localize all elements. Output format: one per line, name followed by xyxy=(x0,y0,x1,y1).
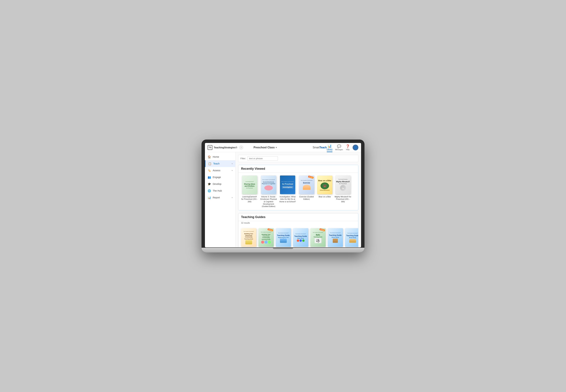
sidebar: 🏠 Home 📋 Teach ▾ 🏷️ Assess ▾ 👥 xyxy=(205,152,236,247)
engage-icon: 👥 xyxy=(208,175,211,179)
book-cover-bread: The Creative Curriculum® Teaching Guide … xyxy=(345,228,358,247)
recently-viewed-section: Recently Viewed LearningGames® Sharing I… xyxy=(238,165,358,210)
thehub-icon: 🌐 xyxy=(208,189,211,193)
book-title: Bear on a Bike xyxy=(319,196,331,198)
sidebar-item-thehub[interactable]: 🌐 The Hub xyxy=(205,187,235,194)
sidebar-item-engage[interactable]: 👥 Engage xyxy=(205,174,235,181)
list-item[interactable]: TeachingStrategies Mighty Minutes® for P… xyxy=(334,175,351,208)
sidebar-label-report: Report xyxy=(213,196,230,199)
teach-icon: 📋 xyxy=(208,162,211,165)
filter-label: Filter: xyxy=(240,157,246,160)
results-count: 32 results xyxy=(238,221,358,225)
content-area: Filter: Recently Viewed LearningGames® S… xyxy=(236,152,361,247)
sidebar-item-teach[interactable]: 📋 Teach ▾ xyxy=(205,160,235,167)
sidebar-label-thehub: The Hub xyxy=(213,189,233,192)
user-avatar[interactable]: 👤 xyxy=(353,145,358,150)
teaching-guides-grid: The Creative Curriculum® Building Your C… xyxy=(238,225,358,247)
home-icon: 🏠 xyxy=(208,155,211,158)
book-title: Mighty Minutes® for Preschool (201 - 300… xyxy=(334,196,351,203)
logo-icon: TS xyxy=(208,145,212,150)
book-cover-volume3: The Creative Curriculum® Social-Emotiona… xyxy=(261,175,276,194)
sidebar-label-home: Home xyxy=(213,155,233,158)
book-cover-beginning: The Creative Curriculum® Teaching Guide … xyxy=(276,228,291,247)
assess-chevron-icon: ▾ xyxy=(232,169,233,171)
recently-viewed-title: Recently Viewed xyxy=(238,165,358,173)
active-indicator xyxy=(327,151,333,151)
class-chevron-icon: ▾ xyxy=(276,146,277,149)
guided-badge: Guided xyxy=(319,228,325,232)
recently-viewed-grid: LearningGames® Sharing Ideas and Dislike… xyxy=(238,173,358,210)
library-label: Library xyxy=(327,148,333,150)
header-actions: 📊 Library 💬 Messages ❓ Help 👤 xyxy=(327,144,358,151)
sidebar-item-report[interactable]: 📊 Report ▾ xyxy=(205,194,235,201)
smart-teach-logo: SmartTeach xyxy=(313,146,327,149)
list-item[interactable]: The Creative Curriculum® Teaching Guide … xyxy=(328,228,343,247)
library-icon: 📊 xyxy=(328,144,332,148)
book-cover-exercise: Guided The Creative Curriculum Exercise xyxy=(299,175,314,194)
list-item[interactable]: The Creative Curriculum® for Preschool I… xyxy=(279,175,296,208)
messages-label: Messages xyxy=(335,149,343,151)
laptop-base xyxy=(202,248,364,252)
book-cover-learning-games: LearningGames® Sharing Ideas and Dislike… xyxy=(242,175,257,194)
sidebar-label-engage: Engage xyxy=(213,176,233,179)
screen: TS TeachingStrategies® ‹ Preschool Class… xyxy=(205,143,361,248)
sidebar-item-assess[interactable]: 🏷️ Assess ▾ xyxy=(205,167,235,174)
book-cover-balls-guided: Guided The Creative Curriculum® Balls Te… xyxy=(310,228,326,247)
book-title: Investigation: What Jobs Do We Do at Hom… xyxy=(279,196,296,203)
list-item[interactable]: Guided The Creative Curriculum® Building… xyxy=(258,228,274,247)
list-item[interactable]: Guided The Creative Curriculum Exercise … xyxy=(298,175,315,208)
messages-icon: 💬 xyxy=(337,144,341,148)
book-title: LearningGames® for Preschool (151 - 200) xyxy=(241,196,258,203)
list-item[interactable]: The Creative Curriculum® Social-Emotiona… xyxy=(260,175,277,208)
teach-chevron-icon: ▾ xyxy=(232,163,233,165)
logo-text: TeachingStrategies® xyxy=(214,146,237,149)
library-nav-button[interactable]: 📊 Library xyxy=(327,144,333,151)
sidebar-label-assess: Assess xyxy=(213,169,230,172)
book-cover-boxes: The Creative Curriculum® Teaching Guide … xyxy=(328,228,343,247)
list-item[interactable]: The Creative Curriculum® Teaching Guide … xyxy=(276,228,291,247)
help-label: Help xyxy=(346,149,350,151)
messages-nav-button[interactable]: 💬 Messages xyxy=(335,144,343,151)
main-content: 🏠 Home 📋 Teach ▾ 🏷️ Assess ▾ 👥 xyxy=(205,152,361,247)
book-title: Exercise (Guided Edition) xyxy=(298,196,315,200)
teaching-guides-title: Teaching Guides xyxy=(238,213,358,221)
report-icon: 📊 xyxy=(208,196,211,199)
guided-badge: Guided xyxy=(308,175,314,179)
assess-icon: 🏷️ xyxy=(208,169,211,172)
sidebar-label-teach: Teach xyxy=(213,162,230,165)
help-nav-button[interactable]: ❓ Help xyxy=(346,144,350,151)
logo-area: TS TeachingStrategies® ‹ xyxy=(208,145,243,150)
list-item[interactable]: The Creative Curriculum® Teaching Guide … xyxy=(345,228,358,247)
class-name: Preschool Class xyxy=(253,146,275,149)
book-cover-first6weeks: The Creative Curriculum® Building Your C… xyxy=(241,228,256,247)
filter-bar: Filter: xyxy=(238,155,358,162)
book-cover-first6weeks-guided: Guided The Creative Curriculum® Building… xyxy=(258,228,274,247)
teaching-guides-section: Teaching Guides 32 results The Creative … xyxy=(238,213,358,247)
list-item[interactable]: Guided The Creative Curriculum® Balls Te… xyxy=(310,228,326,247)
laptop-frame: TS TeachingStrategies® ‹ Preschool Class… xyxy=(202,140,364,252)
sidebar-item-develop[interactable]: 🎓 Develop xyxy=(205,181,235,187)
filter-input[interactable] xyxy=(247,156,278,161)
book-cover-bear-on-a-bike: Bear on a Bike 🐻 Stella Blackstone xyxy=(317,175,332,194)
book-cover-mighty-minutes: TeachingStrategies Mighty Minutes® for P… xyxy=(335,175,351,194)
list-item[interactable]: Bear on a Bike 🐻 Stella Blackstone Bear … xyxy=(317,175,332,208)
guided-badge: Guided xyxy=(267,228,273,232)
sidebar-item-home[interactable]: 🏠 Home xyxy=(205,154,235,160)
develop-icon: 🎓 xyxy=(208,182,211,186)
list-item[interactable]: The Creative Curriculum® Teaching Guide … xyxy=(293,228,308,247)
report-chevron-icon: ▾ xyxy=(232,197,233,198)
book-cover-investigation: The Creative Curriculum® for Preschool I… xyxy=(280,175,295,194)
book-cover-balls: The Creative Curriculum® Teaching Guide … xyxy=(293,228,308,247)
list-item[interactable]: The Creative Curriculum® Building Your C… xyxy=(241,228,256,247)
header: TS TeachingStrategies® ‹ Preschool Class… xyxy=(205,143,361,152)
help-icon: ❓ xyxy=(346,144,350,148)
collapse-sidebar-button[interactable]: ‹ xyxy=(239,145,243,150)
sidebar-label-develop: Develop xyxy=(213,182,233,185)
list-item[interactable]: LearningGames® Sharing Ideas and Dislike… xyxy=(241,175,258,208)
class-selector[interactable]: Preschool Class ▾ xyxy=(253,146,277,149)
book-title: Volume 3: Social–Emotional, Physical & C… xyxy=(260,196,277,208)
app-container: TS TeachingStrategies® ‹ Preschool Class… xyxy=(205,143,361,247)
